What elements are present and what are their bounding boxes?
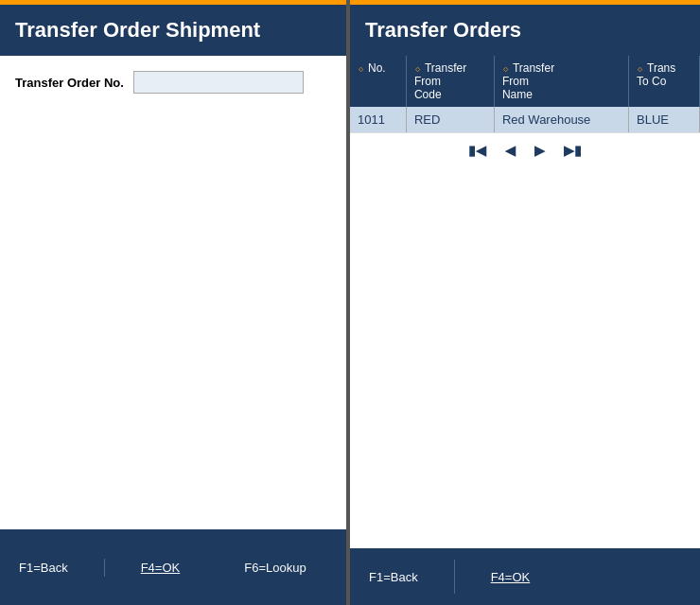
col-from-name[interactable]: ⬦TransferFromName xyxy=(494,56,628,107)
table-row[interactable]: 1011 RED Red Warehouse BLUE xyxy=(350,107,700,132)
right-f4-ok-button[interactable]: F4=OK xyxy=(487,568,534,586)
right-panel-footer: F1=Back F4=OK xyxy=(350,548,700,605)
left-panel-footer: F1=Back F4=OK F6=Lookup xyxy=(0,529,346,605)
cell-no: 1011 xyxy=(350,107,406,132)
right-panel: Transfer Orders ⬦No. ⬦TransferFromCode ⬦… xyxy=(350,0,700,605)
sort-icon-from-code: ⬦ xyxy=(414,61,421,75)
transfer-orders-table: ⬦No. ⬦TransferFromCode ⬦TransferFromName… xyxy=(350,56,700,132)
cell-to-code: BLUE xyxy=(629,107,700,132)
last-page-button[interactable]: ▶▮ xyxy=(558,141,587,160)
left-f6-lookup-button[interactable]: F6=Lookup xyxy=(240,559,309,577)
pagination-bar: ▮◀ ◀ ▶ ▶▮ xyxy=(350,132,700,167)
left-f4-ok-button[interactable]: F4=OK xyxy=(137,559,184,577)
col-from-code[interactable]: ⬦TransferFromCode xyxy=(406,56,494,107)
left-panel: Transfer Order Shipment Transfer Order N… xyxy=(0,0,350,605)
left-panel-content: Transfer Order No. xyxy=(0,56,346,529)
prev-page-button[interactable]: ◀ xyxy=(499,141,521,160)
sort-icon-from-name: ⬦ xyxy=(502,61,509,75)
sort-icon-to-code: ⬦ xyxy=(637,61,643,75)
table-wrapper: ⬦No. ⬦TransferFromCode ⬦TransferFromName… xyxy=(350,56,700,548)
left-f1-back-button[interactable]: F1=Back xyxy=(15,559,72,577)
col-to-code[interactable]: ⬦TransTo Co xyxy=(629,56,700,107)
footer-divider-1 xyxy=(104,559,105,577)
first-page-button[interactable]: ▮◀ xyxy=(463,141,492,160)
sort-icon-no: ⬦ xyxy=(358,61,364,75)
cell-from-name: Red Warehouse xyxy=(494,107,628,132)
transfer-order-field-row: Transfer Order No. xyxy=(15,71,331,94)
transfer-order-label: Transfer Order No. xyxy=(15,76,124,90)
right-f1-back-button[interactable]: F1=Back xyxy=(365,568,422,586)
cell-from-code: RED xyxy=(406,107,494,132)
table-header-row: ⬦No. ⬦TransferFromCode ⬦TransferFromName… xyxy=(350,56,700,107)
next-page-button[interactable]: ▶ xyxy=(529,141,551,160)
left-panel-title: Transfer Order Shipment xyxy=(0,5,346,56)
right-footer-divider xyxy=(454,560,455,594)
right-panel-title: Transfer Orders xyxy=(350,5,700,56)
transfer-order-input[interactable] xyxy=(133,71,304,94)
col-no[interactable]: ⬦No. xyxy=(350,56,406,107)
